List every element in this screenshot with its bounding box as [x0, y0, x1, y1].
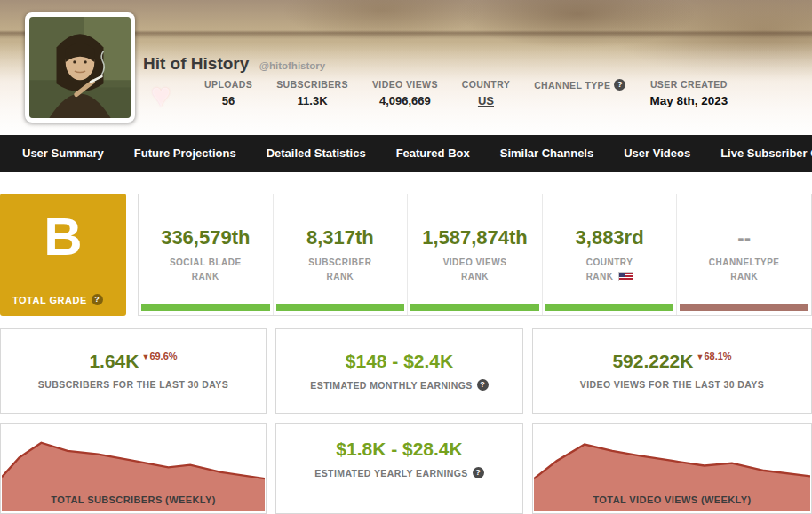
stat-uploads-value: 56: [204, 94, 252, 107]
stat-channel-type-label: CHANNEL TYPE ?: [534, 79, 625, 91]
rank-progress-bar: [276, 304, 405, 311]
rank-social-blade: 336,579th SOCIAL BLADE RANK: [139, 194, 274, 315]
label-text: VIDEO VIEWS FOR THE LAST 30 DAYS: [580, 379, 764, 390]
monthly-earnings-card: $148 - $2.4K ESTIMATED MONTHLY EARNINGS …: [275, 328, 523, 414]
nav-item-user-videos[interactable]: User Videos: [609, 135, 705, 172]
nav-item-featured-box[interactable]: Featured Box: [381, 135, 485, 172]
ranks-panel: 336,579th SOCIAL BLADE RANK 8,317th SUBS…: [138, 194, 812, 316]
stat-channel-type: CHANNEL TYPE ?: [534, 79, 625, 95]
rank-channeltype-label: CHANNELTYPE RANK: [677, 256, 811, 283]
subscribers-weekly-chart-card: TOTAL SUBSCRIBERS (WEEKLY): [0, 423, 267, 514]
nav-item-similar-channels[interactable]: Similar Channels: [485, 135, 609, 172]
rank-country: 3,883rd COUNTRY RANK: [543, 194, 678, 315]
rank-channeltype: -- CHANNELTYPE RANK: [677, 194, 811, 315]
nav-item-live-subscriber-count[interactable]: Live Subscriber Count: [705, 135, 812, 172]
yearly-earnings-card: $1.8K - $28.4K ESTIMATED YEARLY EARNINGS…: [275, 423, 523, 514]
nav-item-detailed-statistics[interactable]: Detailed Statistics: [251, 135, 381, 172]
us-flag-icon: [618, 272, 633, 281]
monthly-earnings-value: $148 - $2.4K: [276, 351, 522, 372]
rank-progress-bar: [680, 304, 808, 311]
help-icon[interactable]: ?: [92, 294, 103, 305]
yearly-earnings-label: ESTIMATED YEARLY EARNINGS ?: [276, 467, 522, 478]
rank-progress-bar: [410, 304, 539, 311]
trend-badge: ▼69.6%: [141, 351, 177, 361]
rank-label-line1: CHANNELTYPE: [677, 256, 811, 270]
stat-subscribers: SUBSCRIBERS 11.3K: [276, 79, 348, 107]
stat-uploads-label: UPLOADS: [204, 79, 252, 90]
rank-video-views: 1,587,874th VIDEO VIEWS RANK: [408, 194, 543, 315]
stat-country-label: COUNTRY: [462, 79, 510, 90]
rank-label-line1: COUNTRY: [543, 256, 677, 270]
rank-label-line1: SOCIAL BLADE: [139, 256, 273, 270]
rank-progress-bar: [545, 304, 674, 311]
rank-progress-bar: [141, 304, 270, 311]
help-icon[interactable]: ?: [473, 467, 484, 478]
subscribers-30day-label: SUBSCRIBERS FOR THE LAST 30 DAYS: [1, 379, 266, 390]
rank-subscriber-label: SUBSCRIBER RANK: [274, 256, 408, 283]
nav-item-user-summary[interactable]: User Summary: [7, 135, 119, 172]
trend-percent: 69.6%: [149, 351, 177, 361]
stat-video-views: VIDEO VIEWS 4,096,669: [372, 79, 438, 107]
rank-label-line2: RANK: [274, 270, 408, 284]
rank-video-views-label: VIDEO VIEWS RANK: [408, 256, 542, 283]
rank-video-views-value: 1,587,874th: [408, 226, 542, 249]
rank-label-line2: RANK: [139, 270, 273, 284]
subscribers-30day-value: 1.64K: [89, 351, 139, 371]
views-weekly-chart-card: TOTAL VIDEO VIEWS (WEEKLY): [532, 423, 812, 514]
socialblade-user-summary-page: ♥ Hit of History @hitofhistory UPLOADS 5…: [0, 0, 812, 514]
rank-social-blade-label: SOCIAL BLADE RANK: [139, 256, 273, 283]
stat-subscribers-value: 11.3K: [276, 94, 348, 107]
stat-video-views-value: 4,096,669: [372, 94, 438, 107]
help-icon[interactable]: ?: [614, 79, 625, 91]
rank-country-value: 3,883rd: [543, 226, 677, 249]
yearly-earnings-value: $1.8K - $28.4K: [276, 439, 522, 460]
stat-user-created: USER CREATED May 8th, 2023: [649, 79, 728, 107]
stat-user-created-label: USER CREATED: [649, 79, 728, 90]
stat-video-views-label: VIDEO VIEWS: [372, 79, 438, 90]
subscribers-30day-card: 1.64K▼69.6% SUBSCRIBERS FOR THE LAST 30 …: [0, 328, 267, 414]
help-icon[interactable]: ?: [477, 379, 489, 391]
rank-social-blade-value: 336,579th: [139, 226, 273, 249]
trend-percent: 68.1%: [704, 351, 731, 361]
views-weekly-chart-label: TOTAL VIDEO VIEWS (WEEKLY): [533, 494, 811, 505]
total-grade-card: B TOTAL GRADE ?: [0, 194, 126, 316]
label-text: ESTIMATED YEARLY EARNINGS: [314, 468, 467, 478]
views-30day-card: 592.222K▼68.1% VIDEO VIEWS FOR THE LAST …: [532, 328, 812, 414]
channel-stats-row: UPLOADS 56 SUBSCRIBERS 11.3K VIDEO VIEWS…: [204, 79, 728, 107]
rank-subscriber-value: 8,317th: [274, 226, 408, 249]
rank-subscriber: 8,317th SUBSCRIBER RANK: [274, 194, 409, 315]
stat-country: COUNTRY US: [462, 79, 510, 107]
stat-country-value[interactable]: US: [462, 94, 510, 107]
subscribers-weekly-chart-label: TOTAL SUBSCRIBERS (WEEKLY): [1, 494, 266, 505]
channel-avatar: [25, 12, 135, 123]
stat-subscribers-label: SUBSCRIBERS: [276, 79, 348, 90]
views-30day-value: 592.222K: [612, 351, 693, 371]
trend-badge: ▼68.1%: [696, 351, 731, 361]
avatar-image: [29, 17, 131, 118]
channel-handle: @hitofhistory: [259, 60, 325, 71]
label-text: SUBSCRIBERS FOR THE LAST 30 DAYS: [38, 379, 228, 390]
views-30day-label: VIDEO VIEWS FOR THE LAST 30 DAYS: [533, 379, 811, 390]
rank-country-label: COUNTRY RANK: [543, 256, 677, 283]
views-30day-value-row: 592.222K▼68.1%: [533, 351, 811, 372]
channel-banner: ♥ Hit of History @hitofhistory UPLOADS 5…: [0, 0, 812, 135]
monthly-earnings-label: ESTIMATED MONTHLY EARNINGS ?: [276, 379, 522, 391]
rank-label-line1: VIDEO VIEWS: [408, 256, 542, 270]
stat-channel-type-text: CHANNEL TYPE: [534, 80, 610, 91]
rank-label-line1: SUBSCRIBER: [274, 256, 408, 270]
grade-label-row: TOTAL GRADE ?: [12, 294, 103, 305]
main-nav: User Summary Future Projections Detailed…: [0, 135, 812, 172]
subscribers-30day-value-row: 1.64K▼69.6%: [1, 351, 266, 372]
rank-label-line2: RANK: [677, 270, 811, 284]
channel-name: Hit of History: [143, 54, 249, 73]
channel-title-row: Hit of History @hitofhistory: [143, 54, 325, 74]
grade-label: TOTAL GRADE: [12, 295, 87, 305]
nav-item-future-projections[interactable]: Future Projections: [119, 135, 251, 172]
heart-icon: ♥: [151, 76, 171, 115]
rank-label-line2: RANK: [408, 270, 542, 284]
grade-letter: B: [0, 206, 126, 267]
stat-user-created-value: May 8th, 2023: [649, 94, 728, 107]
stat-uploads: UPLOADS 56: [204, 79, 252, 107]
rank-channeltype-value: --: [677, 226, 811, 249]
label-text: ESTIMATED MONTHLY EARNINGS: [310, 380, 472, 391]
